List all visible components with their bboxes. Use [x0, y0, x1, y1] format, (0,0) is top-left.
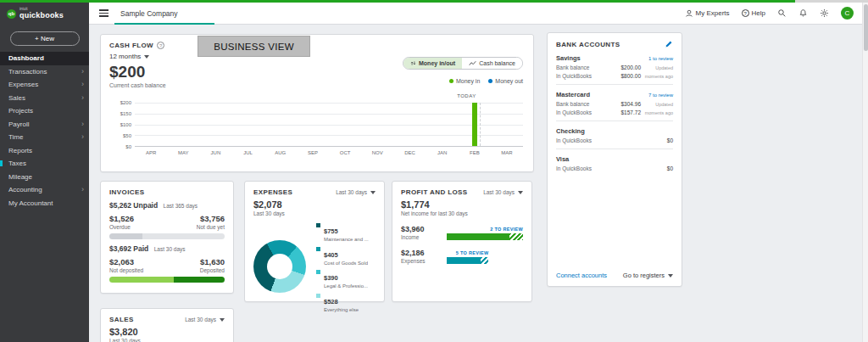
legend-swatch-icon — [316, 247, 320, 251]
go-to-registers-dropdown[interactable]: Go to registers — [623, 272, 673, 279]
sidebar: qb intuit quickbooks + New Dashboard Tra… — [0, 3, 89, 342]
sidebar-item-accounting[interactable]: Accounting › — [0, 183, 89, 197]
loading-progress-bar — [0, 0, 795, 3]
expenses-card: EXPENSES Last 30 days $2,078 Last 30 day… — [244, 181, 385, 302]
notdeposited-label: Not deposited — [109, 267, 143, 273]
bank-account-checking: Checking In QuickBooks $0 — [556, 127, 673, 149]
bank-account-visa: Visa In QuickBooks $0 — [556, 155, 673, 177]
toggle-label: Money in/out — [419, 60, 455, 66]
sidebar-item-label: Dashboard — [8, 54, 44, 62]
help-button[interactable]: ? Help — [742, 9, 765, 17]
sidebar-item-sales[interactable]: Sales › — [0, 92, 89, 105]
income-review-link[interactable]: 2 TO REVIEW — [447, 227, 523, 232]
topbar-actions: My Experts ? Help C — [685, 7, 854, 20]
connect-accounts-link[interactable]: Connect accounts — [556, 272, 607, 279]
sidebar-item-payroll[interactable]: Payroll › — [0, 118, 89, 132]
mastercard-review-link[interactable]: 7 to review — [648, 93, 673, 98]
help-icon: ? — [742, 9, 749, 17]
sidebar-item-label: Expenses — [8, 81, 38, 88]
sidebar-item-label: Time — [8, 133, 23, 141]
cash-balance-toggle[interactable]: Cash balance — [462, 58, 522, 69]
settings-gear-icon[interactable] — [820, 8, 829, 18]
chart-legend: Money in Money out — [449, 78, 523, 84]
income-review-hatch — [509, 233, 523, 240]
company-tab[interactable]: Sample Company — [120, 9, 178, 18]
sidebar-item-mileage[interactable]: Mileage — [0, 171, 89, 184]
x-axis-labels: APR MAY JUN JUL AUG SEP OCT NOV DEC JAN … — [135, 150, 523, 155]
taxes-indicator — [0, 160, 3, 166]
overdue-amount: $1,526 — [109, 214, 134, 223]
account-row: In QuickBooks $800.00 moments ago — [556, 73, 673, 79]
sidebar-item-label: Mileage — [8, 173, 32, 181]
notdue-amount: $3,756 — [197, 214, 225, 223]
today-label: TODAY — [457, 93, 476, 98]
account-row: In QuickBooks $157.72 moments ago — [556, 109, 673, 115]
help-icon[interactable]: ? — [157, 42, 164, 49]
sidebar-item-label: Reports — [8, 147, 32, 154]
y-axis-tick: $0 — [109, 144, 131, 149]
profit-loss-period-dropdown[interactable]: Last 30 days — [483, 189, 523, 195]
unpaid-amount: $5,262 Unpaid — [109, 201, 158, 210]
sidebar-item-expenses[interactable]: Expenses › — [0, 78, 89, 92]
my-experts-label: My Experts — [696, 9, 730, 17]
cash-flow-chart: $200 $150 $100 $50 $0 TODAY — [109, 103, 523, 147]
chevron-right-icon: › — [81, 118, 84, 132]
cash-balance-icon — [469, 60, 476, 66]
income-bar — [447, 233, 523, 240]
notdue-label: Not due yet — [197, 224, 225, 230]
user-avatar[interactable]: C — [841, 7, 854, 20]
quickbooks-brand-text: quickbooks — [19, 12, 64, 20]
topbar: Sample Company My Experts ? Help C — [89, 3, 862, 25]
legend-swatch-icon — [316, 294, 320, 298]
legend-item: $755 Maintenance and ... — [316, 221, 376, 242]
legend-item: $405 Cost of Goods Sold — [316, 245, 376, 266]
legend-swatch-icon — [316, 223, 320, 227]
menu-icon[interactable] — [99, 8, 108, 19]
unpaid-invoices-bar — [109, 233, 225, 239]
expense-review-link[interactable]: 5 TO REVIEW — [447, 250, 489, 255]
sales-card: SALES Last 30 days $3,820 Last 30 days — [100, 308, 234, 342]
chevron-down-icon — [668, 274, 673, 278]
sidebar-item-reports[interactable]: Reports — [0, 144, 89, 158]
sidebar-item-time[interactable]: Time › — [0, 131, 89, 144]
scrollbar-thumb[interactable] — [864, 4, 868, 51]
money-inout-icon — [410, 60, 416, 66]
expense-label: Expenses — [401, 258, 440, 264]
profit-loss-title: PROFIT AND LOSS — [401, 188, 468, 196]
legend-money-in: Money in — [449, 78, 480, 84]
new-button[interactable]: + New — [10, 31, 80, 46]
profit-and-loss-card: PROFIT AND LOSS Last 30 days $1,774 Net … — [392, 181, 532, 302]
money-inout-toggle[interactable]: Money in/out — [403, 58, 462, 69]
expenses-period-dropdown[interactable]: Last 30 days — [336, 189, 376, 195]
sidebar-item-dashboard[interactable]: Dashboard — [0, 52, 89, 65]
my-experts-button[interactable]: My Experts — [685, 9, 730, 18]
sidebar-item-transactions[interactable]: Transactions › — [0, 65, 89, 79]
scrollbar — [862, 3, 868, 342]
edit-pencil-icon[interactable] — [665, 40, 673, 48]
savings-review-link[interactable]: 1 to review — [648, 56, 673, 61]
money-in-bar-feb — [472, 103, 477, 146]
sidebar-item-label: Sales — [8, 94, 25, 102]
paid-period: Last 30 days — [154, 246, 186, 252]
search-icon[interactable] — [777, 8, 787, 18]
legend-item: $390 Legal & Professio... — [316, 268, 376, 289]
sidebar-item-label: Accounting — [8, 186, 42, 193]
account-name: Savings — [556, 54, 581, 62]
sidebar-item-taxes[interactable]: Taxes — [0, 157, 89, 171]
sidebar-item-projects[interactable]: Projects — [0, 104, 89, 118]
chart-plot-area: TODAY — [135, 103, 523, 147]
quickbooks-logo[interactable]: qb intuit quickbooks — [0, 3, 89, 25]
loading-progress-track — [795, 0, 868, 3]
invoices-title: INVOICES — [109, 188, 225, 196]
expense-amount: $2,186 — [401, 249, 440, 257]
notifications-icon[interactable] — [798, 8, 808, 18]
income-amount: $3,960 — [401, 225, 440, 233]
sidebar-item-label: My Accountant — [8, 199, 53, 207]
sidebar-item-my-accountant[interactable]: My Accountant — [0, 197, 89, 210]
expenses-title: EXPENSES — [253, 188, 292, 196]
y-axis-tick: $100 — [109, 122, 131, 127]
sales-period-dropdown[interactable]: Last 30 days — [185, 317, 225, 322]
chevron-down-icon — [144, 55, 149, 59]
person-icon — [685, 9, 693, 18]
period-value: 12 months — [109, 53, 141, 60]
